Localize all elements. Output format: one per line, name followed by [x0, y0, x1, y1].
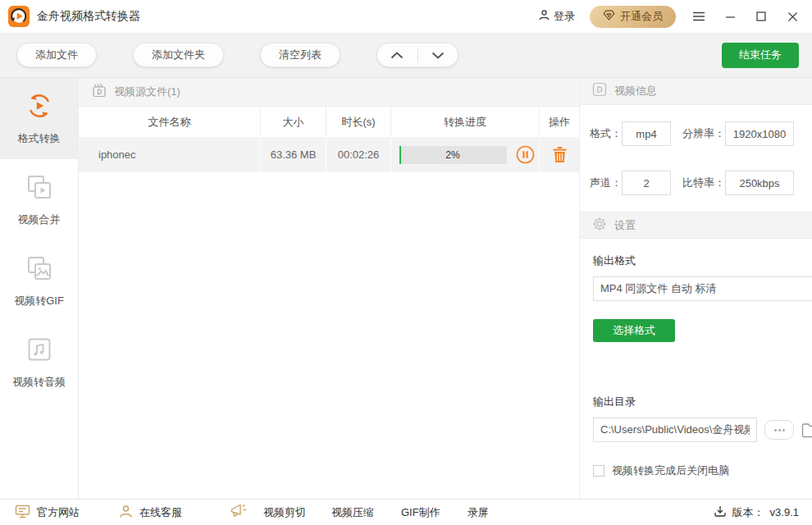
channels-label: 声道：: [590, 176, 622, 190]
shutdown-checkbox[interactable]: [593, 465, 604, 477]
body: 格式转换 视频合并: [0, 78, 812, 499]
output-dir-input[interactable]: [593, 418, 757, 442]
monitor-icon: [15, 504, 30, 521]
login-label: 登录: [554, 9, 575, 24]
feature-screen-record[interactable]: 录屏: [468, 505, 489, 520]
version-label: 版本：: [732, 505, 764, 520]
reorder-control: [376, 43, 458, 67]
sidebar-item-video-to-audio[interactable]: 视频转音频: [0, 322, 78, 403]
megaphone-icon: [230, 503, 247, 522]
column-header-size: 大小: [261, 107, 326, 137]
add-folder-button[interactable]: 添加文件夹: [133, 43, 224, 67]
source-files-header: 视频源文件(1): [79, 78, 579, 107]
sidebar-item-video-to-gif[interactable]: 视频转GIF: [0, 240, 78, 322]
sidebar-item-label: 视频转音频: [12, 375, 66, 390]
progress-bar: 2%: [399, 146, 507, 164]
end-task-button[interactable]: 结束任务: [722, 43, 799, 68]
right-panel: 视频信息 格式： mp4 分辨率： 1920x1080 声道： 2 比特率： 2…: [579, 78, 812, 499]
bitrate-value: 250kbps: [725, 171, 794, 195]
clear-list-button[interactable]: 清空列表: [260, 43, 340, 67]
settings-content: 输出格式 选择格式 输出目录 视频转换完成后关闭电脑: [580, 239, 812, 499]
vip-button[interactable]: 开通会员: [590, 6, 676, 28]
format-value: mp4: [622, 121, 671, 146]
titlebar-controls: 登录 开通会员: [538, 6, 801, 28]
titlebar: 金舟视频格式转换器 登录 开通会员: [0, 0, 812, 33]
video-info-header: 视频信息: [580, 78, 812, 105]
video-to-gif-icon: [25, 253, 54, 286]
vip-label: 开通会员: [620, 9, 663, 24]
app-title: 金舟视频格式转换器: [37, 9, 140, 24]
video-merge-icon: [25, 172, 54, 205]
move-down-button[interactable]: [418, 43, 458, 66]
bitrate-label: 比特率：: [682, 176, 725, 190]
file-duration: 00:02:26: [326, 137, 391, 172]
file-list-panel: 视频源文件(1) 文件名称 大小 时长(s) 转换进度 操作 iphonec 6…: [79, 78, 579, 499]
progress-cell: 2%: [391, 137, 540, 172]
column-header-duration: 时长(s): [326, 107, 391, 137]
video-info-icon: [592, 82, 607, 100]
choose-format-button[interactable]: 选择格式: [593, 319, 675, 342]
sidebar-item-label: 视频转GIF: [14, 294, 64, 308]
actions-cell: [540, 137, 579, 172]
channels-value: 2: [622, 171, 671, 195]
update-download-icon[interactable]: [714, 504, 727, 520]
source-files-title: 视频源文件(1): [114, 84, 180, 99]
output-format-input[interactable]: [593, 276, 812, 301]
app-identity: 金舟视频格式转换器: [8, 6, 140, 27]
statusbar: 官方网站 在线客服 视频剪切 视频压缩 GIF制作 录屏: [0, 499, 812, 525]
feature-gif-maker[interactable]: GIF制作: [401, 505, 440, 520]
add-file-button[interactable]: 添加文件: [16, 43, 97, 67]
version-value: v3.9.1: [770, 506, 799, 518]
resolution-label: 分辨率：: [682, 126, 725, 141]
toolbar: 添加文件 添加文件夹 清空列表 结束任务: [0, 33, 812, 78]
settings-title: 设置: [614, 218, 636, 233]
move-up-button[interactable]: [377, 43, 417, 66]
table-row[interactable]: iphonec 63.36 MB 00:02:26 2%: [79, 137, 579, 172]
gem-icon: [603, 10, 615, 23]
progress-label: 2%: [399, 146, 507, 164]
open-folder-icon[interactable]: [801, 422, 812, 438]
delete-icon[interactable]: [552, 146, 568, 163]
column-header-progress: 转换进度: [391, 107, 540, 137]
file-size: 63.36 MB: [261, 137, 326, 172]
feature-video-compress[interactable]: 视频压缩: [331, 505, 374, 520]
info-row: 格式： mp4 分辨率： 1920x1080: [590, 121, 812, 146]
shutdown-option: 视频转换完成后关闭电脑: [593, 463, 812, 478]
column-header-actions: 操作: [540, 107, 579, 137]
feature-video-cut[interactable]: 视频剪切: [263, 505, 306, 520]
format-label: 格式：: [590, 126, 622, 141]
official-site-label: 官方网站: [37, 505, 80, 520]
resolution-value: 1920x1080: [725, 121, 794, 146]
sidebar-item-label: 视频合并: [18, 212, 61, 227]
sidebar-item-format-convert[interactable]: 格式转换: [0, 78, 78, 159]
info-row: 声道： 2 比特率： 250kbps: [590, 171, 812, 195]
table-header: 文件名称 大小 时长(s) 转换进度 操作: [79, 107, 579, 137]
column-header-filename: 文件名称: [79, 107, 261, 137]
support-person-icon: [119, 504, 133, 521]
close-button[interactable]: [784, 8, 801, 25]
user-icon: [538, 9, 550, 24]
video-info-content: 格式： mp4 分辨率： 1920x1080 声道： 2 比特率： 250kbp…: [580, 105, 812, 212]
maximize-button[interactable]: [753, 8, 769, 25]
menu-button[interactable]: [691, 8, 707, 25]
login-button[interactable]: 登录: [538, 9, 575, 24]
gear-icon: [592, 217, 607, 235]
video-info-title: 视频信息: [614, 84, 657, 98]
online-support-label: 在线客服: [139, 505, 182, 520]
output-dir-row: [593, 418, 812, 442]
minimize-button[interactable]: [722, 8, 738, 25]
browse-button[interactable]: [764, 420, 794, 440]
film-icon: [92, 83, 107, 102]
online-support-link[interactable]: 在线客服: [119, 504, 182, 521]
sidebar-item-label: 格式转换: [18, 131, 61, 146]
sidebar-item-video-merge[interactable]: 视频合并: [0, 159, 78, 240]
pause-button[interactable]: [516, 145, 535, 164]
format-convert-icon: [25, 91, 54, 124]
file-name: iphonec: [79, 137, 261, 172]
sidebar: 格式转换 视频合并: [0, 78, 79, 499]
output-dir-label: 输出目录: [593, 395, 812, 409]
official-site-link[interactable]: 官方网站: [15, 504, 80, 521]
version-area: 版本：v3.9.1: [714, 504, 799, 520]
video-to-audio-icon: [25, 335, 54, 368]
shutdown-label: 视频转换完成后关闭电脑: [612, 463, 729, 478]
